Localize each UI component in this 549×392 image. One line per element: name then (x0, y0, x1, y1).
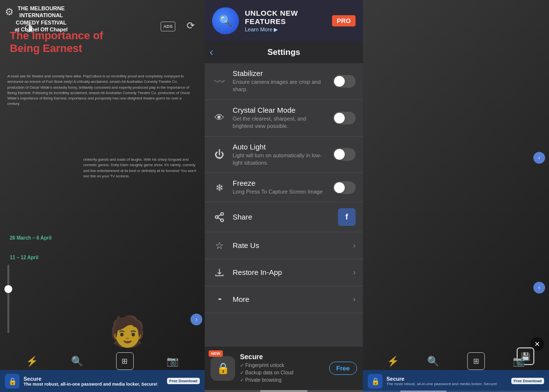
share-item[interactable]: Share f (205, 202, 363, 232)
freeze-title: Freeze (233, 179, 327, 187)
left-bottom-ad[interactable]: 🔒 Secure The most robust, all-in-one pas… (0, 370, 205, 392)
slider-thumb[interactable] (4, 285, 12, 293)
bottom-promo-title: Secure (240, 353, 324, 361)
auto-light-toggle-knob (334, 149, 345, 160)
right-search-icon[interactable]: 🔍 (427, 355, 439, 367)
stabilizer-desc: Ensure camera images are crisp and sharp… (233, 78, 327, 94)
right-chevron-btn2[interactable]: ‹ (533, 282, 545, 294)
grid-icon[interactable]: ⊞ (116, 352, 134, 370)
gear-icon[interactable]: ⚙ (5, 6, 14, 18)
facebook-button[interactable]: f (338, 208, 356, 226)
crystal-clear-text: Crystal Clear Mode Get the clearest, sha… (233, 106, 327, 130)
auto-light-text: Auto Light Light will turn on automatica… (233, 143, 327, 167)
contrast-icon[interactable]: ◑ (24, 22, 33, 33)
left-body-text: A must-see for theatre and comedy fans a… (7, 74, 193, 107)
restore-chevron: › (353, 268, 356, 277)
rate-us-chevron: › (353, 241, 356, 250)
rate-us-text: Rate Us (233, 241, 347, 249)
more-title: More (233, 295, 347, 303)
more-item[interactable]: ••• More › (205, 286, 363, 313)
search-icon[interactable]: 🔍 (71, 355, 83, 367)
stabilizer-toggle-switch[interactable] (333, 75, 356, 88)
share-control[interactable]: f (338, 208, 356, 226)
feature-3: ✓ Private browsing (240, 376, 324, 384)
secure-logo-left: Secure (24, 376, 163, 382)
crystal-clear-desc: Get the clearest, sharpest, and brightes… (233, 115, 327, 130)
freeze-text: Freeze Long Press To Capture Screen Imag… (233, 179, 327, 196)
ads-badge: ADS (161, 22, 175, 31)
promo-subtitle[interactable]: Learn More ▶ (245, 26, 326, 33)
bottom-promo-banner[interactable]: NEW 🔒 Secure ✓ Fingerprint unlock ✓ Back… (205, 346, 363, 390)
promo-magnify-icon: 🔍 (212, 7, 239, 34)
more-icon: ••• (212, 292, 227, 307)
settings-list: 〰️ Stabilizer Ensure camera images are c… (205, 63, 363, 346)
bottom-promo-text: Secure ✓ Fingerprint unlock ✓ Backup dat… (240, 353, 324, 384)
secure-icon-right: 🔒 (368, 374, 382, 389)
left-ad-badge[interactable]: Free Download (167, 378, 200, 384)
right-grid-icon[interactable]: ⊞ (467, 352, 485, 370)
back-button[interactable]: ‹ (210, 46, 213, 59)
restore-text: Restore In-App (233, 268, 347, 276)
right-bottom-toolbar: ⚡ 🔍 ⊞ 📷 (363, 352, 549, 370)
left-panel: THE MELBOURNE INTERNATIONAL COMEDY FESTI… (0, 0, 205, 392)
flash-icon[interactable]: ⚡ (26, 355, 38, 367)
freeze-toggle[interactable] (333, 181, 356, 194)
bottom-promo-features: ✓ Fingerprint unlock ✓ Backup data on Cl… (240, 362, 324, 384)
auto-light-toggle-switch[interactable] (333, 148, 356, 161)
left-bottom-toolbar: ⚡ 🔍 ⊞ 📷 (0, 352, 205, 370)
pro-badge: PRO (332, 15, 356, 26)
left-bg (0, 0, 205, 392)
right-chevron-btn1[interactable]: ‹ (533, 152, 545, 164)
svg-line-4 (218, 215, 221, 217)
svg-point-0 (221, 213, 224, 216)
promo-banner[interactable]: 🔍 UNLOCK NEW FEATURES Learn More ▶ PRO (205, 0, 363, 42)
right-bg (363, 0, 549, 392)
left-ad-subtitle: The most robust, all-in-one password and… (24, 382, 163, 387)
vertical-slider[interactable] (7, 265, 9, 333)
scroll-indicator (205, 390, 363, 392)
free-button[interactable]: Free (329, 362, 357, 375)
crystal-clear-item: 👁 Crystal Clear Mode Get the clearest, s… (205, 100, 363, 137)
svg-point-2 (221, 219, 224, 221)
auto-light-item: ⏻ Auto Light Light will turn on automati… (205, 137, 363, 173)
scroll-thumb (260, 390, 308, 392)
auto-light-desc: Light will turn on automatically in low-… (233, 152, 327, 167)
auto-light-title: Auto Light (233, 143, 327, 151)
more-text: More (233, 295, 347, 303)
settings-title: Settings (267, 48, 300, 57)
stabilizer-toggle[interactable] (333, 75, 356, 88)
left-ad-text: Secure The most robust, all-in-one passw… (24, 376, 163, 387)
right-ad-badge[interactable]: Free Download (511, 378, 544, 384)
freeze-toggle-switch[interactable] (333, 181, 356, 194)
settings-header: ‹ Settings (205, 42, 363, 63)
restore-item[interactable]: Restore In-App › (205, 259, 363, 286)
crystal-clear-toggle[interactable] (333, 112, 356, 124)
stabilizer-icon: 〰️ (212, 74, 227, 89)
right-panel: THE MELBOURNE INTERNATIONAL COMEDY FESTI… (363, 0, 549, 392)
right-ad-text: Secure The most robust, all-in-one passw… (386, 376, 507, 386)
svg-line-3 (218, 218, 221, 220)
feature-2: ✓ Backup data on Cloud (240, 369, 324, 376)
left-body-text2: celebrity guests and loads of laughs. Wi… (83, 157, 201, 179)
crystal-clear-toggle-switch[interactable] (333, 112, 356, 124)
rate-us-item[interactable]: ☆ Rate Us › (205, 232, 363, 259)
right-flash-icon[interactable]: ⚡ (387, 355, 399, 367)
restore-title: Restore In-App (233, 268, 347, 276)
right-camera-icon[interactable]: 📷 (513, 355, 525, 367)
right-bottom-ad[interactable]: 🔒 Secure The most robust, all-in-one pas… (363, 370, 549, 392)
auto-light-icon: ⏻ (212, 147, 227, 162)
camera-icon[interactable]: 📷 (167, 355, 179, 367)
stabilizer-item: 〰️ Stabilizer Ensure camera images are c… (205, 63, 363, 100)
camera-rotate-icon[interactable]: ⟳ (187, 20, 195, 31)
more-chevron: › (353, 295, 356, 304)
rate-us-icon: ☆ (212, 238, 227, 253)
share-text: Share (233, 213, 332, 221)
secure-icon-left: 🔒 (5, 374, 20, 389)
left-chevron-btn[interactable]: › (191, 314, 202, 325)
promo-title: UNLOCK NEW FEATURES (245, 9, 326, 25)
stabilizer-toggle-knob (334, 76, 345, 87)
settings-panel: 🔍 UNLOCK NEW FEATURES Learn More ▶ PRO ‹… (205, 0, 363, 392)
left-date2: 11 – 12 April (10, 255, 39, 260)
auto-light-toggle[interactable] (333, 148, 356, 161)
svg-point-1 (215, 216, 218, 219)
